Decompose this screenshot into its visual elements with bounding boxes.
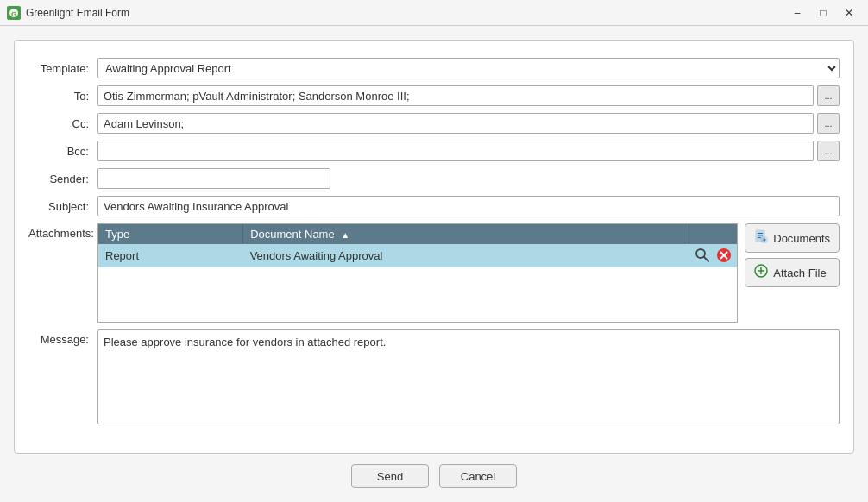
form-card: Template: Awaiting Approval Report To: .…	[14, 40, 854, 454]
template-row: Template: Awaiting Approval Report	[28, 58, 840, 78]
col-type: Type	[98, 224, 243, 244]
col-actions	[689, 224, 738, 244]
bcc-browse-button[interactable]: ...	[817, 141, 840, 161]
svg-rect-8	[758, 233, 763, 234]
cc-browse-button[interactable]: ...	[817, 113, 840, 134]
to-input[interactable]	[97, 85, 814, 106]
to-row: To: ...	[28, 85, 840, 106]
cc-row: Cc: ...	[28, 113, 840, 134]
template-label: Template:	[28, 62, 97, 75]
template-select[interactable]: Awaiting Approval Report	[97, 58, 840, 78]
sender-row: Sender:	[28, 168, 840, 189]
footer: Send Cancel	[14, 454, 854, 488]
attachment-search-button[interactable]	[693, 246, 712, 265]
col-document-name: Document Name ▲	[243, 224, 689, 244]
svg-text:G: G	[11, 9, 16, 17]
to-label: To:	[28, 90, 97, 103]
window-controls: – □ ✕	[785, 4, 861, 22]
svg-rect-10	[758, 237, 761, 238]
sort-arrow: ▲	[341, 230, 349, 240]
attachments-header-row: Type Document Name ▲	[98, 224, 737, 244]
attachments-label: Attachments:	[28, 223, 97, 240]
send-button[interactable]: Send	[351, 464, 429, 488]
attachment-remove-button[interactable]	[714, 246, 733, 265]
attachment-doc-name: Vendors Awaiting Approval	[243, 244, 689, 267]
documents-icon	[754, 229, 768, 247]
attach-file-button[interactable]: Attach File	[745, 258, 840, 287]
subject-input[interactable]	[97, 196, 840, 216]
cancel-button[interactable]: Cancel	[439, 464, 517, 488]
bcc-label: Bcc:	[28, 145, 97, 158]
documents-button-label: Documents	[773, 232, 830, 245]
maximize-button[interactable]: □	[811, 4, 835, 22]
svg-rect-9	[758, 235, 763, 236]
bcc-row: Bcc: ...	[28, 141, 840, 161]
cc-input[interactable]	[97, 113, 814, 134]
attachment-actions	[689, 244, 738, 267]
subject-input-wrapper	[97, 196, 840, 216]
bcc-input[interactable]	[97, 141, 814, 161]
attachments-content: Type Document Name ▲ Report Vendors Awai…	[97, 223, 840, 323]
app-icon: G	[7, 6, 21, 20]
message-row: Message:	[28, 329, 840, 432]
cc-label: Cc:	[28, 117, 97, 130]
close-button[interactable]: ✕	[837, 4, 861, 22]
sender-input[interactable]	[97, 168, 330, 189]
svg-line-3	[704, 257, 708, 261]
subject-label: Subject:	[28, 200, 97, 213]
template-input-wrapper: Awaiting Approval Report	[97, 58, 840, 78]
title-bar: G Greenlight Email Form – □ ✕	[0, 0, 868, 26]
to-input-wrapper: ...	[97, 85, 840, 106]
attach-file-icon	[754, 264, 768, 281]
message-textarea-wrapper	[97, 329, 840, 424]
window-title: Greenlight Email Form	[26, 7, 785, 19]
bcc-input-wrapper: ...	[97, 141, 840, 161]
main-container: Template: Awaiting Approval Report To: .…	[0, 26, 868, 502]
documents-button[interactable]: Documents	[745, 223, 840, 253]
attachments-table: Type Document Name ▲ Report Vendors Awai…	[98, 224, 737, 267]
attachments-sidebar: Documents Attach File	[745, 223, 840, 323]
attachments-table-wrapper: Type Document Name ▲ Report Vendors Awai…	[97, 223, 738, 323]
sender-label: Sender:	[28, 173, 97, 185]
subject-row: Subject:	[28, 196, 840, 216]
message-label: Message:	[28, 329, 97, 346]
attachments-row: Attachments: Type Document Name ▲	[28, 223, 840, 323]
message-textarea[interactable]	[97, 329, 840, 424]
cc-input-wrapper: ...	[97, 113, 840, 134]
minimize-button[interactable]: –	[785, 4, 809, 22]
attach-file-button-label: Attach File	[773, 267, 826, 279]
table-row[interactable]: Report Vendors Awaiting Approval	[98, 244, 737, 267]
to-browse-button[interactable]: ...	[817, 85, 840, 106]
sender-input-wrapper	[97, 168, 840, 189]
attachment-type: Report	[98, 244, 243, 267]
